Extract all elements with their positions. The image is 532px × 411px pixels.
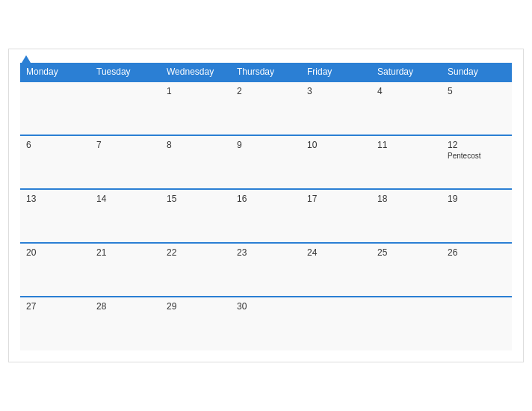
calendar-container: MondayTuesdayWednesdayThursdayFridaySatu… [8,49,524,362]
day-number: 21 [96,247,155,258]
calendar-day-cell: 11 [371,135,442,189]
calendar-week-row: 13141516171819 [20,189,512,243]
day-number: 20 [26,247,84,258]
weekday-header-cell: Monday [20,63,90,81]
day-number: 5 [448,86,506,96]
day-number: 27 [26,301,84,312]
day-number: 2 [237,86,295,96]
logo [20,57,31,64]
calendar-day-cell: 7 [90,135,161,189]
day-number: 24 [307,247,365,258]
weekday-header-cell: Friday [301,63,371,81]
day-number: 17 [307,194,365,204]
calendar-week-row: 6789101112Pentecost [20,135,512,189]
calendar-day-cell: 22 [161,243,231,297]
calendar-day-cell: 2 [231,81,301,135]
day-number: 15 [167,194,225,204]
day-number: 1 [167,86,225,96]
calendar-day-cell: 16 [231,189,301,243]
calendar-day-cell: 23 [231,243,301,297]
calendar-week-row: 12345 [20,81,512,135]
calendar-day-cell [90,81,161,135]
calendar-day-cell: 10 [301,135,371,189]
calendar-day-cell: 26 [442,243,512,297]
day-number: 6 [26,140,84,150]
calendar-day-cell: 17 [301,189,371,243]
day-number: 23 [237,247,295,258]
calendar-day-cell: 12Pentecost [442,135,512,189]
calendar-day-cell: 27 [20,297,90,350]
day-number: 22 [167,247,225,258]
day-number: 9 [237,140,295,150]
day-number: 28 [96,301,155,312]
weekday-header-row: MondayTuesdayWednesdayThursdayFridaySatu… [20,63,512,81]
calendar-day-cell: 19 [442,189,512,243]
day-number: 25 [377,247,436,258]
calendar-thead: MondayTuesdayWednesdayThursdayFridaySatu… [20,63,512,81]
weekday-header-cell: Sunday [442,63,512,81]
calendar-day-cell: 13 [20,189,90,243]
day-number: 10 [307,140,365,150]
weekday-header-cell: Tuesday [90,63,161,81]
calendar-week-row: 20212223242526 [20,243,512,297]
calendar-day-cell: 20 [20,243,90,297]
calendar-day-cell: 18 [371,189,442,243]
calendar-day-cell: 14 [90,189,161,243]
calendar-day-cell: 1 [161,81,231,135]
calendar-day-cell: 5 [442,81,512,135]
day-number: 14 [96,194,155,204]
day-number: 8 [167,140,225,150]
calendar-day-cell: 15 [161,189,231,243]
day-number: 26 [448,247,506,258]
calendar-grid: MondayTuesdayWednesdayThursdayFridaySatu… [20,63,512,350]
day-number: 29 [167,301,225,312]
holiday-label: Pentecost [448,152,506,160]
day-number: 4 [377,86,436,96]
day-number: 30 [237,301,295,312]
logo-triangle-icon [22,55,31,63]
calendar-day-cell [20,81,90,135]
calendar-day-cell [371,297,442,350]
calendar-tbody: 123456789101112Pentecost1314151617181920… [20,81,512,350]
weekday-header-cell: Saturday [371,63,442,81]
weekday-header-cell: Thursday [231,63,301,81]
calendar-day-cell: 28 [90,297,161,350]
day-number: 19 [448,194,506,204]
day-number: 13 [26,194,84,204]
calendar-day-cell: 29 [161,297,231,350]
calendar-day-cell: 9 [231,135,301,189]
calendar-day-cell: 24 [301,243,371,297]
calendar-day-cell: 3 [301,81,371,135]
day-number: 16 [237,194,295,204]
day-number: 18 [377,194,436,204]
calendar-day-cell: 21 [90,243,161,297]
day-number: 12 [448,140,506,150]
calendar-week-row: 27282930 [20,297,512,350]
calendar-day-cell: 30 [231,297,301,350]
day-number: 11 [377,140,436,150]
calendar-day-cell: 4 [371,81,442,135]
calendar-day-cell: 6 [20,135,90,189]
calendar-day-cell: 25 [371,243,442,297]
calendar-day-cell: 8 [161,135,231,189]
day-number: 7 [96,140,155,150]
calendar-day-cell [301,297,371,350]
day-number: 3 [307,86,365,96]
calendar-day-cell [442,297,512,350]
weekday-header-cell: Wednesday [161,63,231,81]
